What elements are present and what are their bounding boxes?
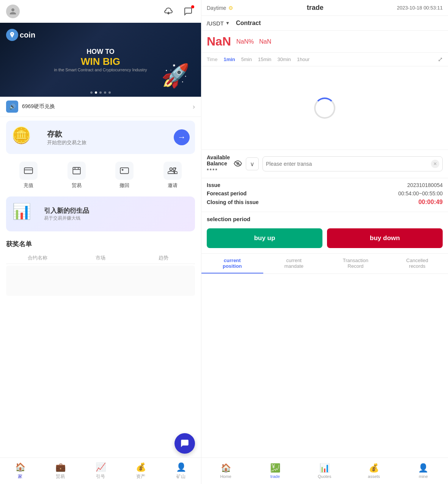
announcement-bar[interactable]: 🔊 6969硬币兑换 › bbox=[0, 97, 201, 117]
svg-line-12 bbox=[235, 161, 241, 165]
action-invite[interactable]: 邀请 bbox=[150, 162, 195, 189]
tab-1hour[interactable]: 1hour bbox=[297, 57, 310, 62]
transaction-input[interactable] bbox=[266, 161, 431, 167]
closing-value: 00:00:49 bbox=[418, 199, 443, 206]
rnav-quotes[interactable]: 📊 Quotes bbox=[300, 458, 349, 484]
tab-transaction-record-label: TransactionRecord bbox=[343, 258, 368, 269]
trade-label: 贸易 bbox=[72, 182, 82, 189]
feature-text: 引入新的衍生品 易于交易并赚大钱 bbox=[44, 206, 89, 222]
invite-icon bbox=[163, 162, 182, 180]
avatar bbox=[6, 5, 20, 18]
expand-icon[interactable]: ⤢ bbox=[438, 56, 443, 63]
dot-4[interactable] bbox=[104, 91, 106, 94]
dot-5[interactable] bbox=[108, 91, 111, 94]
buy-up-button[interactable]: buy up bbox=[207, 228, 322, 248]
feature-image: 📊 bbox=[12, 203, 39, 225]
tab-current-mandate-label: currentmandate bbox=[284, 258, 303, 269]
balance-chevron[interactable]: ∨ bbox=[246, 157, 259, 170]
nav-home[interactable]: 🏠 家 bbox=[0, 458, 40, 484]
balance-input-wrap: ✕ bbox=[263, 156, 443, 171]
winners-header: 合约名称 市场 趋势 bbox=[6, 252, 195, 264]
rnav-home-label: Home bbox=[220, 474, 231, 479]
tab-current-position[interactable]: currentposition bbox=[201, 254, 263, 273]
tab-current-mandate[interactable]: currentmandate bbox=[263, 254, 325, 273]
banner-subtitle: in the Smart Contract and Cryptocurrency… bbox=[54, 68, 147, 72]
tab-15min[interactable]: 15min bbox=[258, 57, 271, 62]
buy-down-button[interactable]: buy down bbox=[327, 228, 443, 248]
dot-2[interactable] bbox=[95, 91, 97, 94]
issue-value: 202310180054 bbox=[407, 182, 443, 188]
logo-icon bbox=[6, 29, 18, 41]
price-main: NaN bbox=[207, 35, 231, 49]
nav-mine-label: 矿山 bbox=[176, 473, 185, 480]
dot-1[interactable] bbox=[90, 91, 93, 94]
rnav-assets-icon: 💰 bbox=[369, 463, 379, 473]
chat-fab[interactable] bbox=[174, 433, 195, 454]
pair-dropdown-icon: ▼ bbox=[225, 20, 230, 26]
clear-icon[interactable]: ✕ bbox=[431, 160, 439, 168]
banner-logo: coin bbox=[6, 29, 35, 41]
price-pct: NaN% bbox=[236, 38, 254, 45]
rnav-home-icon: 🏠 bbox=[221, 463, 231, 473]
tab-cancelled-records-label: Cancelledrecords bbox=[406, 258, 428, 269]
download-icon[interactable] bbox=[162, 5, 175, 18]
winners-title: 获奖名单 bbox=[6, 240, 195, 248]
forecast-value: 00:54:00~00:55:00 bbox=[398, 190, 443, 196]
winners-empty bbox=[6, 266, 195, 296]
banner-how-to: HOW TO bbox=[54, 48, 147, 56]
buy-buttons: buy up buy down bbox=[201, 228, 448, 253]
left-header bbox=[0, 0, 201, 23]
home-icon: 🏠 bbox=[15, 462, 25, 472]
announcement-arrow: › bbox=[193, 103, 195, 111]
issue-label: Issue bbox=[207, 182, 220, 188]
action-recharge[interactable]: 充值 bbox=[6, 162, 51, 189]
rnav-home[interactable]: 🏠 Home bbox=[201, 458, 250, 484]
dot-3[interactable] bbox=[99, 91, 102, 94]
balance-label-group: AvailableBalance **** bbox=[207, 154, 230, 173]
col-market: 市场 bbox=[69, 255, 132, 261]
nav-assets[interactable]: 💰 资产 bbox=[121, 458, 161, 484]
announcement-icon: 🔊 bbox=[6, 101, 18, 113]
nav-trade-label: 贸易 bbox=[56, 473, 65, 480]
promo-button[interactable]: → bbox=[174, 129, 190, 145]
feature-subtitle: 易于交易并赚大钱 bbox=[44, 215, 89, 222]
tab-30min[interactable]: 30min bbox=[277, 57, 291, 62]
tab-transaction-record[interactable]: TransactionRecord bbox=[325, 254, 387, 273]
promo-text: 存款 开始您的交易之旅 bbox=[47, 129, 86, 146]
rnav-quotes-icon: 📊 bbox=[319, 463, 330, 473]
nav-quotes[interactable]: 📈 引号 bbox=[80, 458, 121, 484]
rnav-mine[interactable]: 👤 mine bbox=[399, 458, 448, 484]
recharge-label: 充值 bbox=[24, 182, 33, 189]
nav-trade[interactable]: 💼 贸易 bbox=[40, 458, 80, 484]
rnav-trade-label: trade bbox=[270, 474, 280, 479]
closing-row: Closing of this issue 00:00:49 bbox=[207, 199, 443, 206]
rnav-assets[interactable]: 💰 assets bbox=[349, 458, 399, 484]
balance-eye-icon[interactable] bbox=[234, 160, 242, 168]
pair-name: /USDT bbox=[207, 20, 224, 27]
gear-icon[interactable]: ⚙ bbox=[228, 5, 233, 11]
nav-quotes-label: 引号 bbox=[96, 473, 105, 480]
message-icon[interactable] bbox=[181, 5, 195, 18]
invite-label: 邀请 bbox=[168, 182, 178, 189]
forecast-row: Forecast period 00:54:00~00:55:00 bbox=[207, 190, 443, 196]
banner-title: HOW TO WIN BIG in the Smart Contract and… bbox=[54, 48, 147, 72]
action-withdraw[interactable]: 撤回 bbox=[102, 162, 147, 189]
pair-selector[interactable]: /USDT ▼ bbox=[207, 20, 230, 27]
tab-cancelled-records[interactable]: Cancelledrecords bbox=[387, 254, 448, 273]
withdraw-icon bbox=[115, 162, 134, 180]
nav-assets-label: 资产 bbox=[136, 473, 145, 480]
tab-5min[interactable]: 5min bbox=[241, 57, 252, 62]
message-badge bbox=[191, 5, 194, 8]
tab-1min[interactable]: 1min bbox=[223, 57, 235, 62]
action-trade[interactable]: 贸易 bbox=[54, 162, 99, 189]
col-contract: 合约名称 bbox=[6, 255, 69, 261]
selection-period: selection period bbox=[201, 212, 448, 228]
timestamp: 2023-10-18 00:53:11 bbox=[397, 5, 443, 11]
promo-card: 🪙 存款 开始您的交易之旅 → bbox=[6, 121, 195, 154]
withdraw-label: 撤回 bbox=[119, 182, 129, 189]
selection-label: selection period bbox=[207, 216, 443, 222]
balance-stars: **** bbox=[207, 167, 230, 173]
nav-mine[interactable]: 👤 矿山 bbox=[161, 458, 201, 484]
rnav-trade[interactable]: 💹 trade bbox=[250, 458, 300, 484]
pair-bar: /USDT ▼ Contract bbox=[201, 16, 448, 31]
